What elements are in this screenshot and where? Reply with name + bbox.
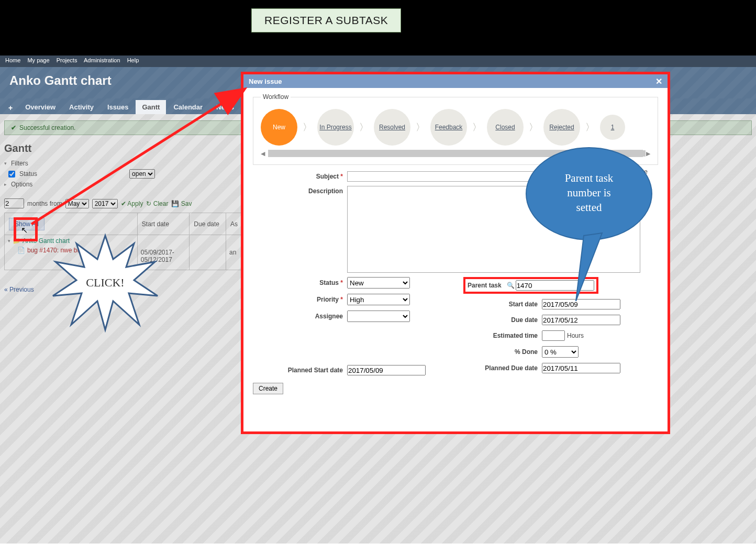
- due-date-input[interactable]: [542, 315, 620, 325]
- col-start-date: Start date: [138, 213, 190, 235]
- done-label: % Done: [463, 348, 542, 356]
- assignee-select[interactable]: [347, 311, 410, 322]
- parent-task-input[interactable]: [516, 280, 594, 291]
- close-icon[interactable]: ✕: [655, 76, 662, 86]
- tab-issues[interactable]: Issues: [101, 100, 135, 114]
- col-due-date: Due date: [190, 213, 226, 235]
- menu-admin[interactable]: Administration: [84, 57, 120, 63]
- save-link[interactable]: 💾 Sav: [171, 200, 192, 207]
- tab-overview[interactable]: Overview: [19, 100, 62, 114]
- apply-link[interactable]: ✔ Apply: [121, 200, 143, 207]
- top-menu: Home My page Projects Administration Hel…: [0, 56, 756, 67]
- workflow-feedback[interactable]: Feedback: [430, 109, 467, 146]
- as-cell: an: [226, 235, 242, 258]
- subject-input[interactable]: [347, 171, 640, 182]
- scroll-track[interactable]: [268, 150, 643, 157]
- create-button[interactable]: Create: [253, 383, 283, 394]
- collapse-icon[interactable]: ▾: [8, 238, 10, 243]
- project-row[interactable]: ▾ 📁 Anko Gantt chart: [8, 237, 134, 245]
- start-date-label: Start date: [463, 301, 542, 308]
- options-label: Options: [11, 181, 32, 188]
- filters-label: Filters: [11, 160, 28, 167]
- planned-due-input[interactable]: [542, 363, 620, 373]
- status-select[interactable]: open: [129, 169, 155, 179]
- menu-projects[interactable]: Projects: [57, 57, 77, 63]
- status-label: Status: [19, 170, 37, 178]
- planned-start-input[interactable]: [347, 365, 426, 375]
- workflow-new[interactable]: New: [261, 109, 297, 146]
- chevron-right-icon: 〉: [472, 121, 482, 134]
- parent-task-label: Parent task: [468, 282, 506, 289]
- done-select[interactable]: 0 %: [542, 346, 579, 358]
- col-as: As: [226, 213, 242, 235]
- chevron-right-icon: 〉: [359, 121, 369, 134]
- tab-activity[interactable]: Activity: [63, 100, 100, 114]
- search-icon[interactable]: 🔍: [507, 282, 515, 289]
- workflow-scroll[interactable]: ◀ ▶: [261, 150, 650, 157]
- gantt-table: Show All ▾ 📁 Anko Gantt chart 📄 bug #147…: [4, 213, 242, 270]
- scroll-thumb[interactable]: [269, 150, 646, 157]
- priority-label: Priority *: [253, 296, 347, 303]
- workflow-inprogress[interactable]: In Progress: [317, 109, 354, 146]
- project-title: Anko Gantt chart: [9, 73, 112, 87]
- month-select[interactable]: May: [65, 199, 89, 208]
- folder-icon: 📁: [13, 237, 20, 245]
- check-icon: ✔: [11, 124, 16, 131]
- chevron-right-icon: 〉: [416, 121, 425, 134]
- menu-home[interactable]: Home: [5, 57, 20, 63]
- estimated-input[interactable]: [542, 330, 565, 341]
- dialog-titlebar[interactable]: New issue ✕: [243, 74, 668, 88]
- months-input[interactable]: [4, 198, 24, 208]
- due-date-label: Due date: [463, 316, 542, 324]
- status-checkbox[interactable]: [8, 171, 15, 178]
- project-name: Anko Gantt chart: [23, 237, 70, 245]
- workflow-rejected[interactable]: Rejected: [543, 109, 580, 146]
- menu-mypage[interactable]: My page: [27, 57, 49, 63]
- tab-news[interactable]: News: [210, 100, 240, 114]
- tab-calendar[interactable]: Calendar: [167, 100, 209, 114]
- scroll-right-icon[interactable]: ▶: [646, 150, 650, 157]
- issue-icon: 📄: [17, 247, 25, 254]
- status-select[interactable]: New: [347, 277, 410, 289]
- start-date-input[interactable]: [542, 299, 620, 309]
- showall-button[interactable]: Show All: [9, 218, 45, 230]
- hours-label: Hours: [567, 332, 584, 339]
- chevron-right-icon: 〉: [303, 121, 312, 134]
- workflow-fieldset: Workflow New 〉 In Progress 〉 Resolved 〉 …: [253, 93, 658, 165]
- clear-link[interactable]: ↻ Clear: [146, 200, 168, 207]
- status-label: Status *: [253, 279, 347, 286]
- reload-icon: ↻: [146, 200, 151, 207]
- date-cell: 05/09/2017- 05/12/2017: [138, 235, 190, 265]
- scroll-left-icon[interactable]: ◀: [261, 150, 265, 157]
- chevron-right-icon: 〉: [585, 121, 595, 134]
- planned-start-label: Planned Start date: [253, 367, 347, 374]
- new-tab-button[interactable]: +: [3, 102, 18, 114]
- issue-label: bug #1470: nwe bug: [27, 247, 84, 254]
- new-issue-dialog: New issue ✕ Workflow New 〉 In Progress 〉…: [241, 72, 670, 434]
- issue-row[interactable]: 📄 bug #1470: nwe bug: [8, 247, 134, 254]
- collapse-icon[interactable]: ▾: [4, 161, 7, 166]
- private-label-fragment: ate: [639, 168, 648, 175]
- workflow-closed[interactable]: Closed: [487, 109, 524, 146]
- estimated-label: Estimated time: [463, 332, 542, 339]
- workflow-one[interactable]: 1: [600, 115, 625, 140]
- dialog-title-text: New issue: [249, 77, 282, 85]
- planned-due-label: Planned Due date: [463, 364, 542, 372]
- flash-text: Successful creation.: [19, 124, 75, 131]
- check-icon: ✔: [121, 200, 126, 207]
- workflow-resolved[interactable]: Resolved: [374, 109, 410, 146]
- description-label: Description: [253, 186, 347, 195]
- assignee-label: Assignee: [253, 313, 347, 320]
- priority-select[interactable]: High: [347, 294, 410, 305]
- menu-help[interactable]: Help: [127, 57, 139, 63]
- tab-gantt[interactable]: Gantt: [136, 100, 166, 114]
- annotation-banner: REGISTER A SUBTASK: [251, 8, 401, 32]
- description-textarea[interactable]: [347, 186, 640, 273]
- months-from-label: months from: [27, 200, 62, 207]
- previous-link[interactable]: « Previous: [4, 286, 34, 293]
- disk-icon: 💾: [171, 200, 179, 207]
- expand-icon[interactable]: ▸: [4, 182, 7, 187]
- year-select[interactable]: 2017: [92, 199, 118, 208]
- subject-label: Subject *: [253, 171, 347, 180]
- parent-task-highlight: Parent task 🔍: [463, 277, 598, 294]
